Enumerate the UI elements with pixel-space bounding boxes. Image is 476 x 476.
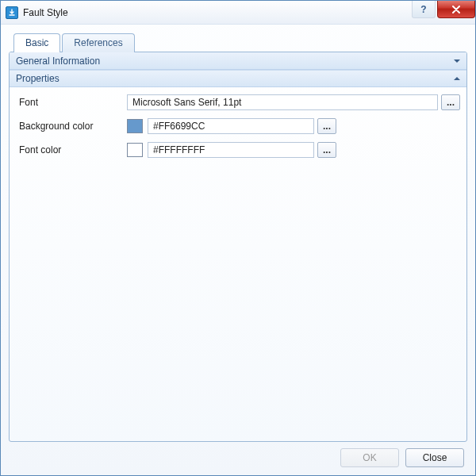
background-color-swatch: [127, 119, 143, 133]
background-color-browse-button[interactable]: ...: [317, 118, 336, 134]
group-title: General Information: [16, 56, 100, 67]
font-color-swatch: [127, 143, 143, 157]
background-color-label: Background color: [16, 121, 127, 132]
group-general-information[interactable]: General Information: [10, 52, 466, 70]
group-properties[interactable]: Properties: [10, 70, 466, 87]
chevron-down-icon: [454, 60, 460, 63]
properties-panel: Font ... Background color ... Font color: [10, 87, 466, 170]
row-font-color: Font color ...: [16, 140, 460, 160]
row-background-color: Background color ...: [16, 116, 460, 136]
tab-page-basic: General Information Properties Font ...: [9, 52, 467, 442]
background-color-field[interactable]: [148, 118, 314, 134]
chevron-up-icon: [454, 77, 460, 80]
font-field[interactable]: [127, 94, 438, 110]
close-button[interactable]: Close: [405, 448, 464, 467]
client-area: Basic References General Information Pro…: [1, 25, 475, 475]
tab-control: Basic References General Information Pro…: [9, 33, 467, 442]
font-browse-button[interactable]: ...: [441, 94, 460, 110]
tab-references[interactable]: References: [62, 33, 134, 52]
tab-strip: Basic References: [9, 33, 467, 52]
close-icon: [451, 6, 461, 13]
font-color-field[interactable]: [148, 142, 314, 158]
group-title: Properties: [16, 73, 60, 84]
help-button[interactable]: ?: [412, 1, 436, 18]
close-window-button[interactable]: [437, 1, 475, 18]
font-color-browse-button[interactable]: ...: [317, 142, 336, 158]
dialog-window: Fault Style ? Basic References General I…: [0, 0, 476, 476]
row-font: Font ...: [16, 92, 460, 113]
titlebar-buttons: ?: [412, 1, 475, 24]
button-bar: OK Close: [9, 442, 467, 469]
font-label: Font: [16, 97, 127, 108]
title-bar: Fault Style ?: [1, 1, 475, 25]
help-icon: ?: [420, 4, 426, 15]
tab-basic[interactable]: Basic: [13, 33, 60, 52]
window-title: Fault Style: [23, 7, 412, 18]
app-icon: [6, 6, 18, 19]
ok-button[interactable]: OK: [340, 448, 399, 467]
font-color-label: Font color: [16, 144, 127, 155]
